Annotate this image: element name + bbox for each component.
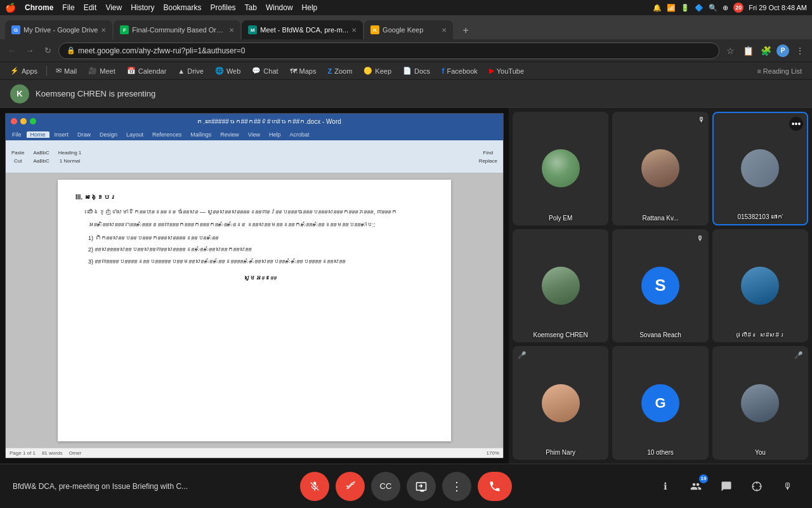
bookmark-docs[interactable]: 📄 Docs — [398, 65, 435, 76]
sovana-name: Sovana Reach — [616, 331, 704, 338]
controlcenter-icon[interactable]: ⊕ — [723, 4, 728, 12]
bookmark-mail[interactable]: ✉ Mail — [51, 65, 82, 76]
word-zoom: 170% — [487, 450, 499, 456]
ribbon-style1[interactable]: AaBbC — [31, 149, 51, 156]
word-tab-mailings[interactable]: Mailings — [187, 131, 215, 138]
search-icon[interactable]: 🔍 — [709, 4, 717, 12]
profile-button[interactable]: P — [776, 44, 789, 57]
word-tab-design[interactable]: Design — [96, 131, 121, 138]
meet-icon: 🎥 — [88, 67, 97, 75]
ribbon-normal[interactable]: 1 Normal — [56, 157, 83, 164]
bookmark-keep[interactable]: 🟡 Keep — [358, 65, 396, 76]
participant-tile-others: G 10 others — [612, 346, 708, 460]
wifi-icon: 📶 — [667, 4, 676, 12]
meeting-info-button[interactable]: ℹ — [653, 474, 678, 498]
bookmark-drive[interactable]: ▲ Drive — [173, 66, 209, 76]
web-icon: 🌐 — [215, 67, 224, 75]
bookmark-youtube[interactable]: ▶ YouTube — [484, 65, 529, 76]
ribbon-cut-btn[interactable]: Cut — [10, 157, 26, 164]
bookmark-facebook[interactable]: f Facebook — [436, 65, 483, 77]
word-minimize-button[interactable] — [20, 118, 27, 124]
activities-button[interactable] — [745, 474, 769, 498]
more-options-button[interactable]: ⋮ — [793, 44, 807, 58]
camera-toggle-button[interactable] — [336, 472, 365, 501]
profiles-menu[interactable]: Profiles — [211, 3, 236, 12]
more-options-button[interactable]: ⋮ — [442, 472, 471, 501]
docs-icon: 📄 — [403, 67, 412, 75]
readinglist-button[interactable]: 📋 — [741, 44, 755, 58]
word-tab-acrobat[interactable]: Acrobat — [286, 131, 313, 138]
word-tab-home[interactable]: Home — [27, 131, 49, 138]
window-menu[interactable]: Window — [266, 3, 293, 12]
tab-gdrive-close[interactable]: ✕ — [101, 27, 106, 34]
menubar: 🍎 Chrome File Edit View History Bookmark… — [0, 0, 812, 15]
screen-share-area: ត.ណ#####ចក##ក##ជំ#ហ#ចក##ក.docx - Word Fi… — [0, 108, 509, 464]
leave-call-button[interactable] — [478, 472, 512, 501]
tab-gdrive[interactable]: G My Drive - Google Drive ✕ — [5, 20, 112, 39]
mic-toggle-button[interactable] — [300, 472, 329, 501]
tab-googlekeep-close[interactable]: ✕ — [442, 27, 447, 34]
present-button[interactable] — [407, 472, 436, 501]
notification-icon[interactable]: 🔔 — [653, 4, 662, 12]
bookmark-chat[interactable]: 💬 Chat — [247, 65, 283, 76]
word-tab-draw[interactable]: Draw — [74, 131, 95, 138]
bookmark-maps[interactable]: 🗺 Maps — [285, 66, 322, 76]
ribbon-find-btn[interactable]: Find — [477, 149, 499, 156]
bookmark-meet[interactable]: 🎥 Meet — [83, 65, 120, 76]
history-menu[interactable]: History — [131, 3, 154, 12]
tab-googlekeep[interactable]: K Google Keep ✕ — [364, 20, 453, 39]
ribbon-paste-btn[interactable]: Paste — [10, 149, 26, 156]
word-tab-references[interactable]: References — [148, 131, 185, 138]
mic-alt-button[interactable]: 🎙 — [775, 474, 799, 498]
bookmark-star-button[interactable]: ☆ — [723, 44, 737, 58]
word-tab-help[interactable]: Help — [265, 131, 285, 138]
reading-list-button[interactable]: ≡ Reading List — [752, 66, 807, 76]
apple-menu[interactable]: 🍎 — [5, 3, 16, 13]
bookmark-calendar[interactable]: 📅 Calendar — [122, 65, 172, 76]
word-tab-insert[interactable]: Insert — [51, 131, 73, 138]
word-close-button[interactable] — [11, 118, 17, 124]
app-name[interactable]: Chrome — [25, 3, 53, 12]
participant-tile-poly: Poly EM — [513, 112, 608, 225]
tab-finalcommunity[interactable]: F Final-Community Based Orga... ✕ — [114, 20, 240, 39]
tab-meet[interactable]: M Meet - BfdW& DCA, pre-m... ✕ — [242, 20, 363, 39]
word-tab-file[interactable]: File — [8, 131, 25, 138]
tab-finalcommunity-close[interactable]: ✕ — [229, 27, 234, 34]
youtube-icon: ▶ — [489, 67, 494, 75]
presenter-avatar: K — [10, 84, 29, 104]
ribbon-style2[interactable]: AaBbC — [31, 157, 51, 164]
participants-count-badge: 19 — [699, 474, 708, 483]
bookmarks-menu[interactable]: Bookmarks — [164, 3, 202, 12]
back-button[interactable]: ← — [5, 44, 19, 58]
address-input[interactable]: 🔒 meet.google.com/ahy-zfww-rui?pli=1&aut… — [58, 43, 719, 59]
tab-meet-close[interactable]: ✕ — [351, 27, 357, 34]
tab-menu[interactable]: Tab — [245, 3, 257, 12]
chat-button[interactable] — [714, 474, 738, 498]
captions-button[interactable]: CC — [371, 472, 400, 501]
phim-mic-icon: 🎤 — [518, 351, 527, 359]
word-tab-review[interactable]: Review — [216, 131, 243, 138]
ribbon-replace-btn[interactable]: Replace — [477, 157, 499, 164]
view-menu[interactable]: View — [105, 3, 122, 12]
help-menu[interactable]: Help — [302, 3, 318, 12]
bookmark-mail-label: Mail — [64, 67, 77, 75]
bookmark-maps-label: Maps — [299, 67, 317, 75]
edit-menu[interactable]: Edit — [84, 3, 97, 12]
word-tab-layout[interactable]: Layout — [122, 131, 147, 138]
ribbon-heading1[interactable]: Heading 1 — [56, 149, 83, 156]
file-menu[interactable]: File — [62, 3, 74, 12]
reload-button[interactable]: ↻ — [41, 44, 55, 58]
forward-button[interactable]: → — [23, 44, 37, 58]
extensions-button[interactable]: 🧩 — [759, 44, 773, 58]
user0153-options-button[interactable]: ••• — [789, 117, 803, 131]
word-fullscreen-button[interactable] — [30, 118, 36, 124]
bookmark-apps[interactable]: ⚡ Apps — [5, 65, 43, 76]
bookmark-keep-label: Keep — [375, 67, 391, 75]
word-tab-view[interactable]: View — [244, 131, 264, 138]
participant-tile-rattana: 🎙 Rattana Kv... — [612, 112, 708, 225]
bookmark-zoom[interactable]: Z Zoom — [323, 66, 358, 76]
bookmark-web[interactable]: 🌐 Web — [210, 65, 246, 76]
rattana-mic-icon: 🎙 — [698, 116, 705, 123]
new-tab-button[interactable]: + — [457, 22, 475, 39]
participants-button[interactable]: 19 — [684, 474, 708, 498]
